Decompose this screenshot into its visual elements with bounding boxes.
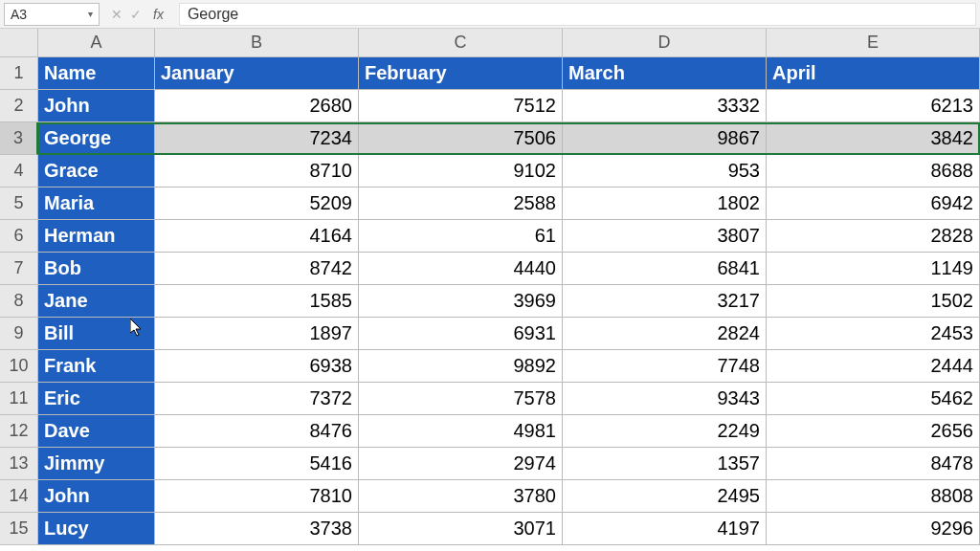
cell-mar[interactable]: 1802 — [563, 187, 767, 220]
cell-jan[interactable]: 1897 — [155, 318, 359, 350]
cell-jan[interactable]: 8476 — [155, 415, 359, 448]
cell-jan[interactable]: 7234 — [155, 122, 359, 155]
cell-jan[interactable]: 6938 — [155, 350, 359, 383]
cell-mar[interactable]: 1357 — [563, 448, 767, 480]
cell-d1[interactable]: March — [563, 57, 767, 90]
cell-mar[interactable]: 953 — [563, 155, 767, 187]
row-header-1[interactable]: 1 — [0, 57, 38, 90]
cell-name[interactable]: Maria — [38, 187, 155, 220]
row-header-5[interactable]: 5 — [0, 187, 38, 220]
cell-feb[interactable]: 6931 — [359, 318, 563, 350]
cell-mar[interactable]: 6841 — [563, 253, 767, 285]
cell-name[interactable]: John — [38, 90, 155, 122]
cell-feb[interactable]: 2588 — [359, 187, 563, 220]
cell-mar[interactable]: 7748 — [563, 350, 767, 383]
cell-feb[interactable]: 7506 — [359, 122, 563, 155]
row-header-12[interactable]: 12 — [0, 415, 38, 448]
cell-feb[interactable]: 9892 — [359, 350, 563, 383]
row-header-3[interactable]: 3 — [0, 122, 38, 155]
cell-mar[interactable]: 4197 — [563, 513, 767, 545]
cell-apr[interactable]: 1149 — [767, 253, 980, 285]
cell-feb[interactable]: 61 — [359, 220, 563, 253]
cell-apr[interactable]: 8478 — [767, 448, 980, 480]
cell-feb[interactable]: 3071 — [359, 513, 563, 545]
select-all-corner[interactable] — [0, 29, 38, 57]
cell-name[interactable]: Jimmy — [38, 448, 155, 480]
chevron-down-icon[interactable]: ▾ — [88, 9, 93, 19]
cell-name[interactable]: Dave — [38, 415, 155, 448]
cell-apr[interactable]: 8808 — [767, 480, 980, 513]
cell-feb[interactable]: 7512 — [359, 90, 563, 122]
cell-name[interactable]: Herman — [38, 220, 155, 253]
cell-jan[interactable]: 8742 — [155, 253, 359, 285]
cell-name[interactable]: John — [38, 480, 155, 513]
cell-a1[interactable]: Name — [38, 57, 155, 90]
cell-feb[interactable]: 9102 — [359, 155, 563, 187]
cell-mar[interactable]: 2495 — [563, 480, 767, 513]
col-header-b[interactable]: B — [155, 29, 359, 57]
cell-mar[interactable]: 3217 — [563, 285, 767, 318]
cell-jan[interactable]: 8710 — [155, 155, 359, 187]
cell-feb[interactable]: 7578 — [359, 383, 563, 415]
cell-feb[interactable]: 3969 — [359, 285, 563, 318]
col-header-e[interactable]: E — [767, 29, 980, 57]
row-header-6[interactable]: 6 — [0, 220, 38, 253]
cell-apr[interactable]: 2656 — [767, 415, 980, 448]
cell-apr[interactable]: 9296 — [767, 513, 980, 545]
cell-feb[interactable]: 4981 — [359, 415, 563, 448]
cell-jan[interactable]: 2680 — [155, 90, 359, 122]
col-header-d[interactable]: D — [563, 29, 767, 57]
cell-apr[interactable]: 3842 — [767, 122, 980, 155]
cell-name[interactable]: Lucy — [38, 513, 155, 545]
row-header-11[interactable]: 11 — [0, 383, 38, 415]
cell-apr[interactable]: 6942 — [767, 187, 980, 220]
cell-b1[interactable]: January — [155, 57, 359, 90]
cell-name[interactable]: Bob — [38, 253, 155, 285]
cell-name[interactable]: Jane — [38, 285, 155, 318]
cell-mar[interactable]: 9867 — [563, 122, 767, 155]
cell-c1[interactable]: February — [359, 57, 563, 90]
row-header-8[interactable]: 8 — [0, 285, 38, 318]
cell-apr[interactable]: 1502 — [767, 285, 980, 318]
cell-apr[interactable]: 2444 — [767, 350, 980, 383]
cell-jan[interactable]: 3738 — [155, 513, 359, 545]
cell-apr[interactable]: 2453 — [767, 318, 980, 350]
name-box[interactable]: A3 ▾ — [4, 3, 100, 26]
cell-jan[interactable]: 4164 — [155, 220, 359, 253]
cancel-icon[interactable]: ✕ — [111, 7, 122, 22]
col-header-c[interactable]: C — [359, 29, 563, 57]
cell-jan[interactable]: 5209 — [155, 187, 359, 220]
cell-jan[interactable]: 7372 — [155, 383, 359, 415]
cell-name[interactable]: Eric — [38, 383, 155, 415]
cell-mar[interactable]: 3332 — [563, 90, 767, 122]
cell-jan[interactable]: 1585 — [155, 285, 359, 318]
cell-name[interactable]: Frank — [38, 350, 155, 383]
cell-mar[interactable]: 2824 — [563, 318, 767, 350]
cell-apr[interactable]: 8688 — [767, 155, 980, 187]
row-header-14[interactable]: 14 — [0, 480, 38, 513]
fx-icon[interactable]: fx — [149, 7, 167, 22]
row-header-2[interactable]: 2 — [0, 90, 38, 122]
cell-feb[interactable]: 3780 — [359, 480, 563, 513]
row-header-4[interactable]: 4 — [0, 155, 38, 187]
cell-e1[interactable]: April — [767, 57, 980, 90]
cell-apr[interactable]: 5462 — [767, 383, 980, 415]
cell-apr[interactable]: 6213 — [767, 90, 980, 122]
cell-mar[interactable]: 9343 — [563, 383, 767, 415]
row-header-15[interactable]: 15 — [0, 513, 38, 545]
row-header-13[interactable]: 13 — [0, 448, 38, 480]
cell-mar[interactable]: 3807 — [563, 220, 767, 253]
cell-name[interactable]: Bill — [38, 318, 155, 350]
cell-feb[interactable]: 2974 — [359, 448, 563, 480]
cell-jan[interactable]: 5416 — [155, 448, 359, 480]
cell-mar[interactable]: 2249 — [563, 415, 767, 448]
cell-jan[interactable]: 7810 — [155, 480, 359, 513]
row-header-10[interactable]: 10 — [0, 350, 38, 383]
row-header-7[interactable]: 7 — [0, 253, 38, 285]
cell-name[interactable]: Grace — [38, 155, 155, 187]
formula-input[interactable]: George — [179, 3, 976, 26]
enter-icon[interactable]: ✓ — [130, 7, 142, 22]
col-header-a[interactable]: A — [38, 29, 155, 57]
cell-apr[interactable]: 2828 — [767, 220, 980, 253]
row-header-9[interactable]: 9 — [0, 318, 38, 350]
